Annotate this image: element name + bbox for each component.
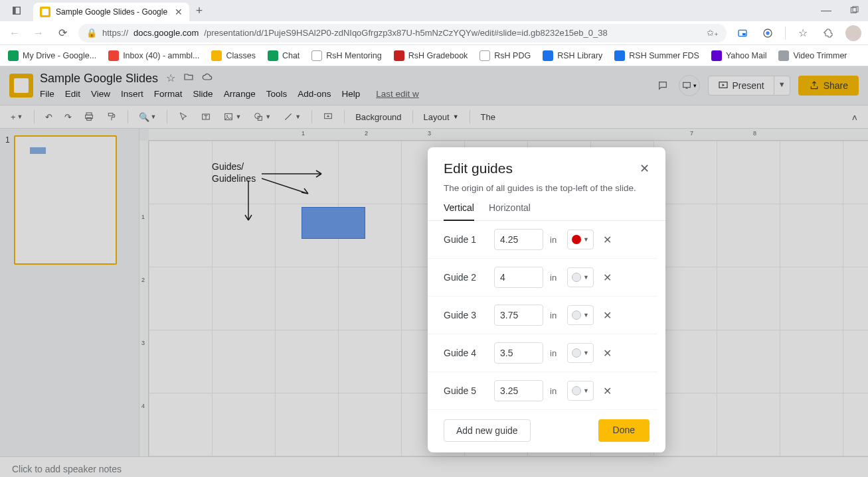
bookmark-item[interactable]: Classes xyxy=(211,50,255,61)
guide-row: Guide 3in▼✕ xyxy=(428,297,657,334)
svg-rect-5 xyxy=(742,33,746,35)
bookmark-item[interactable]: RsH Mentoring xyxy=(311,50,381,61)
guide-color-dropdown[interactable]: ▼ xyxy=(567,230,594,249)
bookmark-label: Yahoo Mail xyxy=(726,51,767,60)
chevron-down-icon: ▼ xyxy=(583,236,589,243)
guide-unit: in xyxy=(550,273,561,283)
bookmark-label: My Drive - Google... xyxy=(23,51,96,60)
bookmark-label: RsH PDG xyxy=(494,51,531,60)
pip-icon[interactable] xyxy=(735,25,750,41)
slides-favicon-icon xyxy=(40,7,50,17)
maximize-icon[interactable] xyxy=(840,0,868,21)
profile-avatar[interactable] xyxy=(845,25,861,41)
tab-title: Sample Google Slides - Google S xyxy=(56,7,169,17)
bookmark-item[interactable]: Inbox (40) - ammbl... xyxy=(108,50,199,61)
guide-label: Guide 3 xyxy=(444,310,487,320)
guide-color-dropdown[interactable]: ▼ xyxy=(567,343,594,363)
guide-label: Guide 2 xyxy=(444,272,487,283)
bookmark-icon xyxy=(268,50,278,61)
bookmark-label: Inbox (40) - ammbl... xyxy=(123,51,199,60)
chevron-down-icon: ▼ xyxy=(583,387,589,394)
guide-color-dropdown[interactable]: ▼ xyxy=(567,381,594,401)
dialog-close-icon[interactable]: ✕ xyxy=(640,161,650,176)
color-swatch xyxy=(572,310,581,320)
bookmark-item[interactable]: Chat xyxy=(268,50,300,61)
minimize-icon[interactable]: — xyxy=(812,0,840,21)
bookmark-label: Classes xyxy=(226,51,255,60)
delete-guide-icon[interactable]: ✕ xyxy=(600,347,614,360)
dialog-description: The origin of all guides is the top-left… xyxy=(428,183,665,198)
guide-position-input[interactable] xyxy=(494,267,543,288)
color-swatch xyxy=(572,386,581,395)
collections-icon[interactable]: ✩₊ xyxy=(707,28,719,38)
dialog-tabs: Vertical Horizontal xyxy=(428,198,665,221)
add-new-guide-button[interactable]: Add new guide xyxy=(444,419,531,442)
chevron-down-icon: ▼ xyxy=(583,274,589,281)
svg-point-7 xyxy=(766,31,769,34)
delete-guide-icon[interactable]: ✕ xyxy=(600,385,614,397)
bookmarks-bar: My Drive - Google...Inbox (40) - ammbl..… xyxy=(0,45,868,66)
tab-horizontal[interactable]: Horizontal xyxy=(489,198,531,220)
browser-tab[interactable]: Sample Google Slides - Google S ✕ xyxy=(33,3,189,21)
bookmark-icon xyxy=(8,50,19,61)
bookmark-item[interactable]: RSH Library xyxy=(543,50,602,61)
url-path: /presentation/d/1PujeS9HSAl2P0-zdNIqoGfr… xyxy=(204,28,607,38)
bookmark-item[interactable]: RsH PDG xyxy=(479,50,531,61)
bookmark-label: RsH Gradebook xyxy=(408,51,468,60)
tab-close-icon[interactable]: ✕ xyxy=(175,7,183,17)
guide-unit: in xyxy=(550,348,561,358)
bookmark-item[interactable]: My Drive - Google... xyxy=(8,50,96,61)
tab-actions-icon[interactable] xyxy=(0,0,33,21)
url-prefix: https:// xyxy=(102,28,128,38)
address-field[interactable]: 🔒 https://docs.google.com/presentation/d… xyxy=(78,24,727,42)
guide-position-input[interactable] xyxy=(494,305,543,326)
bookmark-label: RsH Mentoring xyxy=(326,51,381,60)
guide-label: Guide 1 xyxy=(444,234,487,245)
window-controls: — xyxy=(812,0,868,21)
guide-color-dropdown[interactable]: ▼ xyxy=(567,267,594,287)
bookmark-item[interactable]: RSH Summer FDS xyxy=(614,50,699,61)
delete-guide-icon[interactable]: ✕ xyxy=(600,234,614,246)
bookmark-icon xyxy=(711,50,722,61)
guides-list[interactable]: Guide 1in▼✕Guide 2in▼✕Guide 3in▼✕Guide 4… xyxy=(428,221,665,410)
guide-position-input[interactable] xyxy=(494,342,543,364)
delete-guide-icon[interactable]: ✕ xyxy=(600,309,614,322)
done-button[interactable]: Done xyxy=(598,419,650,442)
color-swatch xyxy=(572,235,581,244)
address-bar: ← → ⟳ 🔒 https://docs.google.com/presenta… xyxy=(0,21,868,45)
bookmark-label: RSH Library xyxy=(557,51,602,60)
chevron-down-icon: ▼ xyxy=(583,312,589,318)
bookmark-item[interactable]: Video Trimmer xyxy=(778,50,847,61)
guide-color-dropdown[interactable]: ▼ xyxy=(567,305,594,325)
svg-rect-1 xyxy=(13,7,16,15)
guide-row: Guide 4in▼✕ xyxy=(428,334,657,372)
guide-row: Guide 2in▼✕ xyxy=(428,259,657,297)
bookmark-icon xyxy=(614,50,625,61)
delete-guide-icon[interactable]: ✕ xyxy=(600,271,614,284)
guide-position-input[interactable] xyxy=(494,229,543,250)
url-host: docs.google.com xyxy=(133,28,199,38)
color-swatch xyxy=(572,348,581,358)
favorites-icon[interactable]: ☆ xyxy=(795,25,811,41)
bookmark-icon xyxy=(211,50,222,61)
guide-position-input[interactable] xyxy=(494,380,543,401)
bookmark-icon xyxy=(394,50,404,61)
bookmark-icon xyxy=(311,50,322,61)
bookmark-icon xyxy=(543,50,553,61)
bookmark-label: Video Trimmer xyxy=(793,51,847,60)
guide-unit: in xyxy=(550,310,561,320)
reload-icon[interactable]: ⟳ xyxy=(54,25,70,41)
forward-icon: → xyxy=(31,25,46,41)
window-titlebar: Sample Google Slides - Google S ✕ + — xyxy=(0,0,868,21)
guide-row: Guide 1in▼✕ xyxy=(428,221,657,259)
extensions-icon[interactable] xyxy=(820,25,836,41)
bookmark-item[interactable]: Yahoo Mail xyxy=(711,50,767,61)
new-tab-button[interactable]: + xyxy=(189,0,209,21)
bookmark-item[interactable]: RsH Gradebook xyxy=(394,50,468,61)
guide-label: Guide 5 xyxy=(444,385,487,396)
chrome-icon[interactable] xyxy=(760,25,776,41)
guide-unit: in xyxy=(550,386,561,396)
tab-vertical[interactable]: Vertical xyxy=(444,198,474,221)
bookmark-icon xyxy=(108,50,119,61)
color-swatch xyxy=(572,273,581,282)
